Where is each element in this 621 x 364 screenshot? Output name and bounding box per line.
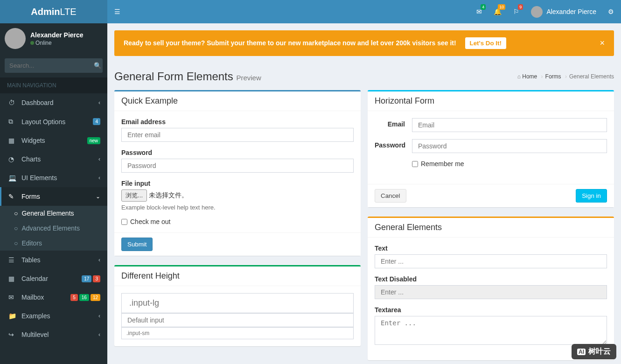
nav-settings[interactable]: ⚙ [608,8,614,15]
nav-notifications[interactable]: 🔔10 [494,8,502,15]
badge: 16 [79,294,89,301]
sidebar-sub-general[interactable]: ○General Elements [0,206,107,221]
badge: 4 [481,4,486,10]
files-icon: ⧉ [8,118,18,126]
alert-close-button[interactable]: × [600,38,605,48]
breadcrumb-forms[interactable]: Forms [545,73,561,80]
sidebar-item-widgets[interactable]: ▦Widgetsnew [0,131,107,150]
email-label: Email [375,120,412,128]
textarea-input[interactable] [375,316,607,345]
home-icon: ⌂ [517,73,521,80]
text-input[interactable] [375,254,607,268]
watermark: AI树叶云 [572,344,616,359]
page-title: General Form Elements Preview [114,70,261,83]
horiz-password-input[interactable] [412,139,607,153]
nav-user[interactable]: Alexander Pierce [531,6,596,18]
folder-icon: 📁 [8,312,18,320]
sidebar-item-ui[interactable]: 💻UI Elements‹ [0,168,107,187]
search-input[interactable] [5,58,93,73]
file-label: File input [121,180,354,187]
input-default[interactable] [121,313,354,327]
textarea-label: Textarea [375,306,607,314]
remember-checkbox[interactable] [412,161,418,167]
user-status[interactable]: Online [30,40,52,46]
email-label: Email address [121,118,354,126]
search-button[interactable]: 🔍 [93,58,103,73]
logo[interactable]: AdminLTE [0,0,107,23]
box-different-height: Different Height [114,265,361,346]
box-general-elements: General Elements Text Text Disabled Text… [368,217,614,360]
circle-icon: ○ [14,224,18,232]
alert-banner: Ready to sell your theme? Submit your th… [114,30,614,56]
grid-icon: ▦ [8,137,18,144]
sidebar-sub-advanced[interactable]: ○Advanced Elements [0,221,107,236]
chevron-left-icon: ‹ [98,175,100,181]
text-disabled-label: Text Disabled [375,275,607,283]
sidebar-toggle[interactable]: ☰ [114,8,120,15]
horiz-email-input[interactable] [412,118,607,132]
email-input[interactable] [121,128,354,142]
share-icon: ↪ [8,331,18,338]
page-subtitle: Preview [236,74,261,82]
alert-cta-button[interactable]: Let's Do It! [465,37,506,49]
box-title: Different Height [121,271,354,281]
box-title: Horizontal Form [375,96,607,106]
chevron-left-icon: ‹ [98,99,100,106]
sidebar-item-multilevel[interactable]: ↪Multilevel‹ [0,325,107,344]
badge: new [87,137,100,144]
nav-username: Alexander Pierce [546,8,596,15]
sidebar-item-mailbox[interactable]: ✉Mailbox51612 [0,288,107,307]
laptop-icon: 💻 [8,174,18,182]
password-label: Password [375,141,412,149]
nav-header: MAIN NAVIGATION [0,77,107,93]
password-input[interactable] [121,159,354,173]
sidebar-item-calendar[interactable]: ▦Calendar173 [0,269,107,288]
box-quick-example: Quick Example Email address Password Fil… [114,90,361,256]
file-status: 未选择文件。 [149,191,188,199]
sidebar-item-charts[interactable]: ◔Charts‹ [0,150,107,168]
badge: 12 [91,294,100,301]
content-header: General Form Elements Preview ⌂ Home ›Fo… [107,63,621,90]
sidebar-item-tables[interactable]: ☰Tables‹ [0,251,107,269]
chevron-left-icon: ‹ [98,257,100,263]
box-title: General Elements [375,223,607,232]
sidebar-item-dashboard[interactable]: ⏱Dashboard‹ [0,93,107,112]
nav-messages[interactable]: ✉4 [476,8,482,15]
chevron-left-icon: ‹ [98,313,100,319]
box-horizontal-form: Horizontal Form Email Password Remem [368,90,614,207]
cancel-button[interactable]: Cancel [375,189,406,203]
check-me-out[interactable] [121,219,127,225]
user-panel: Alexander Pierce Online [0,23,107,54]
alert-message: Ready to sell your theme? Submit your th… [124,39,456,47]
chevron-left-icon: ‹ [98,156,100,162]
edit-icon: ✎ [8,193,18,200]
circle-icon: ○ [14,210,18,217]
input-lg[interactable] [121,293,354,313]
calendar-icon: ▦ [8,275,18,282]
file-browse-button[interactable]: 浏览... [121,189,147,202]
badge: 9 [518,4,523,10]
submit-button[interactable]: Submit [121,238,153,251]
sidebar-item-layout[interactable]: ⧉Layout Options4 [0,112,107,131]
breadcrumb-home[interactable]: Home [522,73,537,80]
signin-button[interactable]: Sign in [576,189,607,203]
remember-label[interactable]: Remember me [412,160,607,168]
badge: 10 [498,4,505,10]
sidebar-item-forms[interactable]: ✎Forms⌄ [0,187,107,206]
sidebar-item-examples[interactable]: 📁Examples‹ [0,307,107,325]
password-label: Password [121,149,354,156]
checkbox-label[interactable]: Check me out [121,218,354,225]
badge: 3 [93,275,100,282]
nav-tasks[interactable]: ⚐9 [513,8,519,15]
chevron-down-icon: ⌄ [96,193,100,200]
gears-icon: ⚙ [608,8,614,15]
user-name: Alexander Pierce [30,31,84,39]
input-sm[interactable] [121,327,354,339]
envelope-icon: ✉ [8,294,18,301]
sidebar-sub-editors[interactable]: ○Editors [0,236,107,251]
breadcrumb-current: General Elements [569,73,614,80]
badge: 5 [70,294,78,301]
search-form: 🔍 [5,58,103,73]
avatar [531,6,543,18]
box-title: Quick Example [121,96,354,106]
